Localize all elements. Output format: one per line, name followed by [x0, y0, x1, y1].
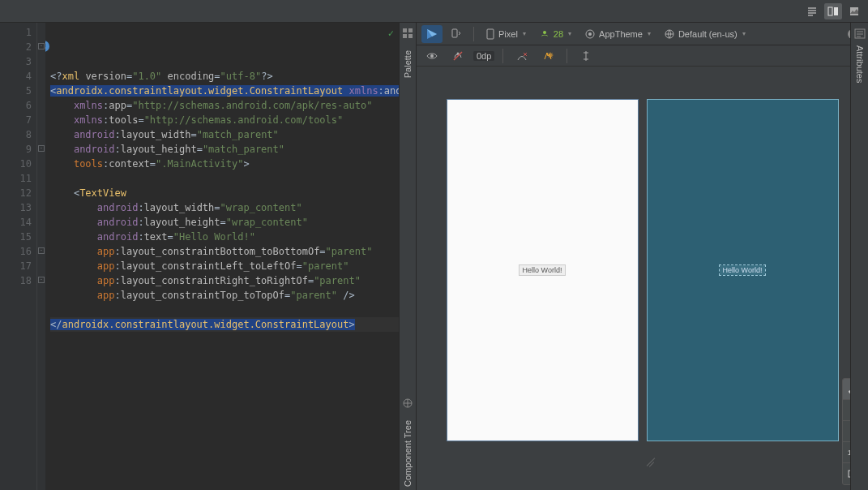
preview-textview-blueprint[interactable]: Hello World! [720, 265, 766, 275]
attributes-side-tab: Attributes [850, 23, 868, 490]
design-surface-toggle-icon[interactable] [421, 25, 443, 43]
default-margin-label[interactable]: 0dp [473, 51, 494, 61]
code-line[interactable] [50, 171, 399, 186]
locale-selector[interactable]: Default (en-us) ▾ [659, 25, 750, 43]
code-line[interactable]: xmlns:tools="http://schemas.android.com/… [50, 113, 399, 127]
svg-point-11 [588, 32, 592, 36]
design-view-icon[interactable] [845, 3, 863, 19]
fold-toggle-icon[interactable]: - [38, 43, 45, 49]
inspection-ok-icon: ✓ [388, 26, 394, 41]
chevron-down-icon: ▾ [568, 30, 571, 37]
code-line[interactable]: android:layout_width="wrap_content" [50, 200, 399, 215]
orientation-toggle-icon[interactable] [446, 25, 467, 43]
svg-rect-0 [828, 7, 832, 15]
code-line[interactable]: android:layout_height="wrap_content" [50, 215, 399, 230]
design-toolbar-secondary: 0dp [417, 45, 868, 67]
design-surface-blueprint[interactable]: Hello World! [647, 99, 839, 441]
preview-textview[interactable]: Hello World! [520, 265, 566, 275]
code-line[interactable]: app:layout_constraintRight_toRightOf="pa… [50, 273, 399, 288]
attributes-icon[interactable] [854, 28, 866, 39]
fold-column: ---- [37, 23, 45, 490]
code-view-icon[interactable] [803, 3, 821, 19]
api-level: 28 [554, 29, 563, 39]
resize-handle-icon[interactable] [645, 456, 656, 467]
device-name: Pixel [498, 29, 518, 39]
code-line[interactable]: app:layout_constraintLeft_toLeftOf="pare… [50, 259, 399, 273]
code-line[interactable]: </androidx.constraintlayout.widget.Const… [50, 317, 399, 332]
component-tree-tab[interactable]: Component Tree [403, 417, 413, 490]
design-surface-render[interactable]: Hello World! [447, 99, 639, 441]
svg-rect-8 [452, 29, 457, 37]
design-preview-pane: Pixel ▾ 28 ▾ AppTheme ▾ Default (en-us) … [417, 23, 868, 490]
chevron-down-icon: ▾ [523, 30, 526, 37]
svg-rect-5 [403, 34, 407, 38]
code-line[interactable]: <?xml version="1.0" encoding="utf-8"?> [50, 69, 399, 84]
infer-constraints-icon[interactable] [537, 47, 558, 65]
code-line[interactable]: android:text="Hello World!" [50, 230, 399, 244]
clear-constraints-icon[interactable] [511, 47, 532, 65]
editor-side-tabs: Palette Component Tree [399, 23, 417, 490]
theme-name: AppTheme [599, 29, 643, 39]
code-line[interactable]: <androidx.constraintlayout.widget.Constr… [50, 84, 399, 98]
fold-toggle-icon[interactable]: - [38, 277, 45, 283]
attributes-tab[interactable]: Attributes [855, 42, 865, 86]
svg-rect-1 [834, 7, 838, 15]
fold-toggle-icon[interactable]: - [38, 145, 45, 152]
code-line[interactable]: app:layout_constraintBottom_toBottomOf="… [50, 244, 399, 259]
code-line[interactable]: 💡 [50, 303, 399, 317]
line-number-gutter: 12C3456789101112131415161718 [0, 23, 37, 490]
code-line[interactable]: xmlns:app="http://schemas.android.com/ap… [50, 98, 399, 113]
code-line[interactable]: <TextView [50, 186, 399, 200]
chevron-down-icon: ▾ [648, 30, 651, 37]
code-line[interactable]: android:layout_width="match_parent" [50, 127, 399, 142]
palette-tab[interactable]: Palette [403, 47, 413, 81]
fold-toggle-icon[interactable]: - [38, 247, 45, 254]
guidelines-icon[interactable] [575, 47, 596, 65]
svg-point-16 [430, 54, 434, 58]
device-selector[interactable]: Pixel ▾ [481, 25, 531, 43]
locale-name: Default (en-us) [678, 29, 738, 39]
svg-rect-6 [408, 34, 413, 38]
component-tree-icon[interactable] [402, 398, 413, 409]
design-surfaces[interactable]: Hello World! Hello World! [417, 67, 868, 490]
svg-rect-9 [487, 29, 494, 39]
palette-icon[interactable] [402, 28, 413, 39]
split-view-icon[interactable] [824, 3, 842, 19]
view-options-icon[interactable] [421, 47, 443, 65]
design-toolbar: Pixel ▾ 28 ▾ AppTheme ▾ Default (en-us) … [417, 23, 868, 45]
view-mode-strip [0, 0, 868, 23]
code-line[interactable]: android:layout_height="match_parent" [50, 142, 399, 157]
code-area[interactable]: ✓ <?xml version="1.0" encoding="utf-8"?>… [45, 23, 399, 490]
chevron-down-icon: ▾ [742, 30, 746, 37]
code-editor[interactable]: 12C3456789101112131415161718 ---- ✓ <?xm… [0, 23, 399, 490]
svg-rect-3 [403, 28, 407, 32]
api-selector[interactable]: 28 ▾ [534, 25, 576, 43]
svg-rect-4 [408, 28, 413, 32]
code-line[interactable]: tools:context=".MainActivity"> [50, 157, 399, 171]
code-line[interactable]: app:layout_constraintTop_toTopOf="parent… [50, 288, 399, 303]
autoconnect-icon[interactable] [447, 47, 468, 65]
theme-selector[interactable]: AppTheme ▾ [579, 25, 656, 43]
